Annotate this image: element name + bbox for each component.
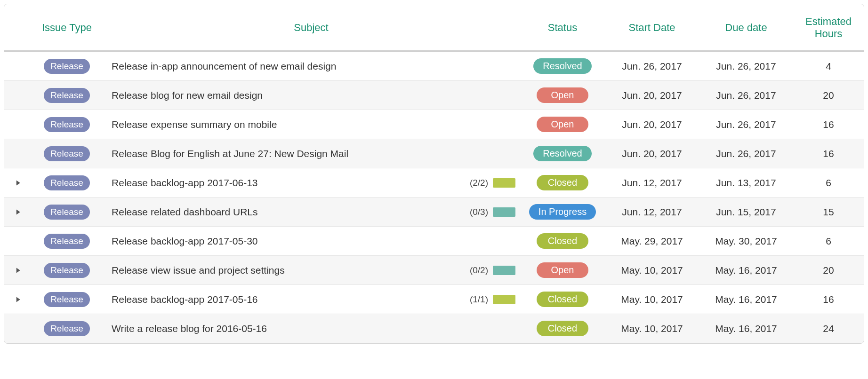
subject-cell[interactable]: Release backlog-app 2017-05-30	[102, 227, 520, 256]
issue-type-pill: Release	[44, 234, 90, 249]
status-pill: Resolved	[533, 146, 591, 161]
expand-cell	[4, 227, 32, 256]
due-date-cell: Jun. 26, 2017	[699, 51, 793, 81]
subject-text[interactable]: Release expense summary on mobile	[112, 119, 515, 130]
subject-cell[interactable]: Release in-app announcement of new email…	[102, 51, 520, 81]
subtask-progress: (0/3)	[470, 207, 515, 217]
issue-type-cell: Release	[32, 227, 102, 256]
expand-cell[interactable]	[4, 168, 32, 197]
subject-text[interactable]: Release backlog-app 2017-06-13	[112, 177, 462, 189]
table-row[interactable]: ReleaseRelease backlog-app 2017-06-13(2/…	[4, 168, 864, 197]
expand-caret-icon[interactable]	[9, 296, 27, 303]
issue-type-pill: Release	[44, 263, 90, 278]
subject-cell[interactable]: Write a release blog for 2016-05-16	[102, 314, 520, 343]
status-pill: Closed	[537, 175, 588, 190]
estimated-hours-cell: 4	[793, 51, 864, 81]
subject-text[interactable]: Release related dashboard URLs	[112, 206, 462, 218]
table-row[interactable]: ReleaseWrite a release blog for 2016-05-…	[4, 314, 864, 343]
col-status-header[interactable]: Status	[520, 4, 605, 51]
subject-cell[interactable]: Release related dashboard URLs(0/3)	[102, 197, 520, 227]
expand-cell[interactable]	[4, 197, 32, 227]
start-date-cell: May. 10, 2017	[605, 314, 699, 343]
issue-type-pill: Release	[44, 205, 90, 220]
col-due-header[interactable]: Due date	[699, 4, 793, 51]
subtask-progress-bar	[493, 266, 515, 275]
subject-text[interactable]: Release Blog for English at June 27: New…	[112, 148, 515, 159]
status-cell: Open	[520, 110, 605, 139]
start-date-cell: May. 10, 2017	[605, 285, 699, 314]
table-row[interactable]: ReleaseRelease related dashboard URLs(0/…	[4, 197, 864, 227]
estimated-hours-cell: 16	[793, 139, 864, 168]
expand-cell[interactable]	[4, 285, 32, 314]
table-row[interactable]: ReleaseRelease backlog-app 2017-05-16(1/…	[4, 285, 864, 314]
subject-text[interactable]: Release blog for new email design	[112, 90, 515, 101]
due-date-cell: Jun. 26, 2017	[699, 110, 793, 139]
status-pill: In Progress	[529, 204, 596, 220]
subtask-progress-count: (0/3)	[470, 207, 488, 217]
svg-marker-1	[16, 209, 20, 214]
table-row[interactable]: ReleaseRelease view issue and project se…	[4, 256, 864, 285]
status-cell: Resolved	[520, 139, 605, 168]
status-pill: Closed	[537, 292, 588, 307]
subject-text[interactable]: Release backlog-app 2017-05-16	[112, 294, 462, 305]
status-pill: Closed	[537, 233, 588, 249]
col-hours-header[interactable]: Estimated Hours	[793, 4, 864, 51]
status-cell: Closed	[520, 168, 605, 197]
expand-caret-icon[interactable]	[9, 208, 27, 216]
issue-type-cell: Release	[32, 285, 102, 314]
subject-cell[interactable]: Release backlog-app 2017-05-16(1/1)	[102, 285, 520, 314]
expand-caret-icon[interactable]	[9, 179, 27, 187]
issue-type-cell: Release	[32, 110, 102, 139]
table-row[interactable]: ReleaseRelease blog for new email design…	[4, 81, 864, 110]
start-date-cell: Jun. 26, 2017	[605, 51, 699, 81]
due-date-cell: May. 30, 2017	[699, 227, 793, 256]
estimated-hours-cell: 16	[793, 110, 864, 139]
subject-text[interactable]: Release backlog-app 2017-05-30	[112, 236, 515, 247]
status-cell: Open	[520, 256, 605, 285]
start-date-cell: Jun. 20, 2017	[605, 81, 699, 110]
issue-type-cell: Release	[32, 197, 102, 227]
issue-table: Issue Type Subject Status Start Date Due…	[4, 4, 864, 343]
col-start-header[interactable]: Start Date	[605, 4, 699, 51]
expand-caret-icon[interactable]	[9, 267, 27, 274]
issue-type-pill: Release	[44, 321, 90, 336]
table-row[interactable]: ReleaseRelease in-app announcement of ne…	[4, 51, 864, 81]
subject-cell[interactable]: Release backlog-app 2017-06-13(2/2)	[102, 168, 520, 197]
status-cell: In Progress	[520, 197, 605, 227]
estimated-hours-cell: 20	[793, 256, 864, 285]
expand-cell[interactable]	[4, 256, 32, 285]
table-row[interactable]: ReleaseRelease Blog for English at June …	[4, 139, 864, 168]
subtask-progress-count: (0/2)	[470, 265, 488, 276]
subject-cell[interactable]: Release Blog for English at June 27: New…	[102, 139, 520, 168]
status-pill: Resolved	[533, 58, 591, 74]
due-date-cell: Jun. 15, 2017	[699, 197, 793, 227]
due-date-cell: Jun. 13, 2017	[699, 168, 793, 197]
due-date-cell: May. 16, 2017	[699, 285, 793, 314]
issue-type-pill: Release	[44, 59, 90, 74]
estimated-hours-cell: 24	[793, 314, 864, 343]
subject-text[interactable]: Release view issue and project settings	[112, 265, 462, 276]
subject-text[interactable]: Write a release blog for 2016-05-16	[112, 323, 515, 334]
svg-marker-2	[16, 268, 20, 273]
table-row[interactable]: ReleaseRelease backlog-app 2017-05-30Clo…	[4, 227, 864, 256]
estimated-hours-cell: 16	[793, 285, 864, 314]
subject-cell[interactable]: Release expense summary on mobile	[102, 110, 520, 139]
subject-cell[interactable]: Release blog for new email design	[102, 81, 520, 110]
status-pill: Open	[537, 262, 588, 278]
issue-type-cell: Release	[32, 256, 102, 285]
table-row[interactable]: ReleaseRelease expense summary on mobile…	[4, 110, 864, 139]
start-date-cell: May. 10, 2017	[605, 256, 699, 285]
subject-text[interactable]: Release in-app announcement of new email…	[112, 61, 515, 72]
issue-type-pill: Release	[44, 292, 90, 307]
issue-type-pill: Release	[44, 117, 90, 132]
issue-type-cell: Release	[32, 314, 102, 343]
col-type-header[interactable]: Issue Type	[32, 4, 102, 51]
col-subject-header[interactable]: Subject	[102, 4, 520, 51]
status-pill: Open	[537, 87, 588, 103]
subtask-progress-bar	[493, 295, 515, 304]
status-cell: Resolved	[520, 51, 605, 81]
subject-cell[interactable]: Release view issue and project settings(…	[102, 256, 520, 285]
start-date-cell: Jun. 12, 2017	[605, 168, 699, 197]
expand-cell	[4, 110, 32, 139]
expand-cell	[4, 139, 32, 168]
